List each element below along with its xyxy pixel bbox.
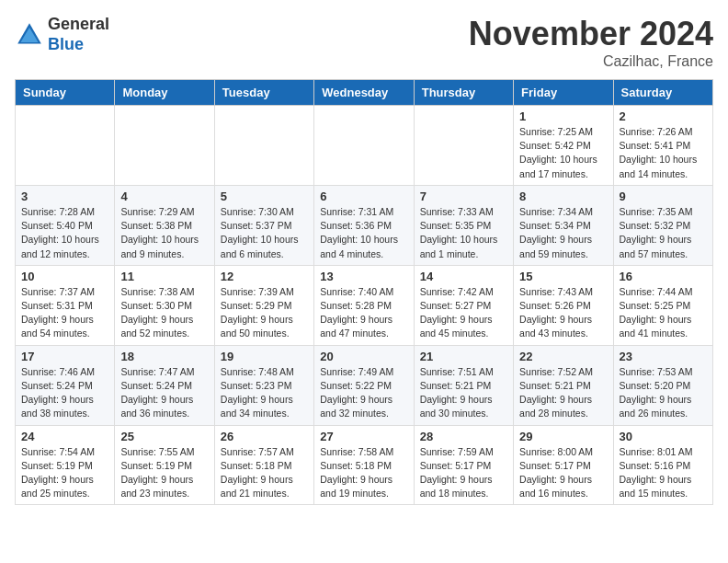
calendar-cell: 10 Sunrise: 7:37 AM Sunset: 5:31 PM Dayl…	[16, 265, 115, 345]
calendar-cell: 16 Sunrise: 7:44 AM Sunset: 5:25 PM Dayl…	[613, 265, 712, 345]
day-info: Sunrise: 7:59 AM Sunset: 5:17 PM Dayligh…	[420, 445, 507, 501]
calendar-cell: 23 Sunrise: 7:53 AM Sunset: 5:20 PM Dayl…	[613, 345, 712, 425]
day-info: Sunrise: 7:30 AM Sunset: 5:37 PM Dayligh…	[221, 205, 308, 261]
col-saturday: Saturday	[613, 80, 712, 106]
calendar-week-4: 17 Sunrise: 7:46 AM Sunset: 5:24 PM Dayl…	[16, 345, 713, 425]
calendar-cell: 1 Sunrise: 7:25 AM Sunset: 5:42 PM Dayli…	[514, 106, 613, 186]
day-number: 17	[21, 350, 108, 363]
calendar-cell: 3 Sunrise: 7:28 AM Sunset: 5:40 PM Dayli…	[16, 185, 115, 265]
day-number: 15	[519, 270, 607, 283]
calendar-cell: 25 Sunrise: 7:55 AM Sunset: 5:19 PM Dayl…	[115, 425, 214, 505]
col-monday: Monday	[115, 80, 214, 106]
day-info: Sunrise: 7:46 AM Sunset: 5:24 PM Dayligh…	[21, 365, 108, 421]
logo-icon	[15, 20, 44, 50]
calendar-header-row: Sunday Monday Tuesday Wednesday Thursday…	[16, 80, 713, 106]
calendar-week-5: 24 Sunrise: 7:54 AM Sunset: 5:19 PM Dayl…	[16, 425, 713, 505]
day-number: 13	[320, 270, 407, 283]
day-info: Sunrise: 7:55 AM Sunset: 5:19 PM Dayligh…	[120, 445, 208, 501]
day-number: 18	[120, 350, 208, 363]
day-info: Sunrise: 8:00 AM Sunset: 5:17 PM Dayligh…	[519, 445, 607, 501]
calendar-cell: 2 Sunrise: 7:26 AM Sunset: 5:41 PM Dayli…	[613, 106, 712, 186]
calendar-table: Sunday Monday Tuesday Wednesday Thursday…	[15, 79, 713, 505]
day-info: Sunrise: 7:31 AM Sunset: 5:36 PM Dayligh…	[320, 205, 407, 261]
page-header: General Blue November 2024 Cazilhac, Fra…	[15, 15, 713, 70]
calendar-cell: 22 Sunrise: 7:52 AM Sunset: 5:21 PM Dayl…	[514, 345, 613, 425]
day-number: 1	[519, 109, 607, 123]
day-number: 25	[120, 430, 208, 443]
month-title: November 2024	[469, 15, 713, 53]
day-number: 26	[221, 430, 308, 443]
day-number: 16	[620, 270, 707, 283]
day-number: 24	[21, 430, 108, 443]
day-info: Sunrise: 7:54 AM Sunset: 5:19 PM Dayligh…	[21, 445, 108, 501]
calendar-cell: 13 Sunrise: 7:40 AM Sunset: 5:28 PM Dayl…	[314, 265, 414, 345]
day-number: 11	[120, 270, 208, 283]
day-number: 9	[620, 190, 707, 203]
calendar-cell: 17 Sunrise: 7:46 AM Sunset: 5:24 PM Dayl…	[16, 345, 115, 425]
day-info: Sunrise: 7:47 AM Sunset: 5:24 PM Dayligh…	[120, 365, 208, 421]
calendar-cell: 27 Sunrise: 7:58 AM Sunset: 5:18 PM Dayl…	[314, 425, 414, 505]
calendar-cell: 9 Sunrise: 7:35 AM Sunset: 5:32 PM Dayli…	[613, 185, 712, 265]
calendar-week-2: 3 Sunrise: 7:28 AM Sunset: 5:40 PM Dayli…	[16, 185, 713, 265]
day-number: 14	[420, 270, 507, 283]
day-number: 4	[120, 190, 208, 203]
day-number: 27	[320, 430, 407, 443]
day-info: Sunrise: 7:57 AM Sunset: 5:18 PM Dayligh…	[221, 445, 308, 501]
day-number: 2	[620, 109, 707, 123]
calendar-cell: 12 Sunrise: 7:39 AM Sunset: 5:29 PM Dayl…	[214, 265, 313, 345]
calendar-cell	[314, 106, 414, 186]
day-info: Sunrise: 7:29 AM Sunset: 5:38 PM Dayligh…	[120, 205, 208, 261]
calendar-cell	[115, 106, 214, 186]
day-info: Sunrise: 7:25 AM Sunset: 5:42 PM Dayligh…	[519, 125, 607, 181]
calendar-cell: 4 Sunrise: 7:29 AM Sunset: 5:38 PM Dayli…	[115, 185, 214, 265]
day-info: Sunrise: 7:26 AM Sunset: 5:41 PM Dayligh…	[620, 125, 707, 181]
calendar-cell: 21 Sunrise: 7:51 AM Sunset: 5:21 PM Dayl…	[414, 345, 513, 425]
day-number: 21	[420, 350, 507, 363]
day-number: 29	[519, 430, 607, 443]
day-info: Sunrise: 7:51 AM Sunset: 5:21 PM Dayligh…	[420, 365, 507, 421]
day-number: 22	[519, 350, 607, 363]
calendar-cell: 20 Sunrise: 7:49 AM Sunset: 5:22 PM Dayl…	[314, 345, 414, 425]
title-area: November 2024 Cazilhac, France	[469, 15, 713, 70]
calendar-cell: 5 Sunrise: 7:30 AM Sunset: 5:37 PM Dayli…	[214, 185, 313, 265]
day-info: Sunrise: 7:58 AM Sunset: 5:18 PM Dayligh…	[320, 445, 407, 501]
day-number: 12	[221, 270, 308, 283]
calendar-cell: 24 Sunrise: 7:54 AM Sunset: 5:19 PM Dayl…	[16, 425, 115, 505]
day-info: Sunrise: 7:52 AM Sunset: 5:21 PM Dayligh…	[519, 365, 607, 421]
day-info: Sunrise: 8:01 AM Sunset: 5:16 PM Dayligh…	[620, 445, 707, 501]
day-number: 5	[221, 190, 308, 203]
day-info: Sunrise: 7:40 AM Sunset: 5:28 PM Dayligh…	[320, 285, 407, 341]
calendar-cell: 28 Sunrise: 7:59 AM Sunset: 5:17 PM Dayl…	[414, 425, 513, 505]
logo-text: General Blue	[48, 15, 109, 54]
calendar-cell	[214, 106, 313, 186]
day-info: Sunrise: 7:37 AM Sunset: 5:31 PM Dayligh…	[21, 285, 108, 341]
day-number: 8	[519, 190, 607, 203]
logo-line1: General	[48, 15, 109, 35]
day-info: Sunrise: 7:33 AM Sunset: 5:35 PM Dayligh…	[420, 205, 507, 261]
calendar-cell: 8 Sunrise: 7:34 AM Sunset: 5:34 PM Dayli…	[514, 185, 613, 265]
day-number: 19	[221, 350, 308, 363]
calendar-cell: 19 Sunrise: 7:48 AM Sunset: 5:23 PM Dayl…	[214, 345, 313, 425]
day-info: Sunrise: 7:35 AM Sunset: 5:32 PM Dayligh…	[620, 205, 707, 261]
day-number: 6	[320, 190, 407, 203]
calendar-cell: 26 Sunrise: 7:57 AM Sunset: 5:18 PM Dayl…	[214, 425, 313, 505]
calendar-cell: 7 Sunrise: 7:33 AM Sunset: 5:35 PM Dayli…	[414, 185, 513, 265]
calendar-cell: 15 Sunrise: 7:43 AM Sunset: 5:26 PM Dayl…	[514, 265, 613, 345]
col-wednesday: Wednesday	[314, 80, 414, 106]
col-tuesday: Tuesday	[214, 80, 313, 106]
logo: General Blue	[15, 15, 109, 54]
calendar-cell: 6 Sunrise: 7:31 AM Sunset: 5:36 PM Dayli…	[314, 185, 414, 265]
day-info: Sunrise: 7:42 AM Sunset: 5:27 PM Dayligh…	[420, 285, 507, 341]
calendar-cell: 11 Sunrise: 7:38 AM Sunset: 5:30 PM Dayl…	[115, 265, 214, 345]
day-info: Sunrise: 7:53 AM Sunset: 5:20 PM Dayligh…	[620, 365, 707, 421]
calendar-cell: 30 Sunrise: 8:01 AM Sunset: 5:16 PM Dayl…	[613, 425, 712, 505]
day-number: 30	[620, 430, 707, 443]
day-number: 7	[420, 190, 507, 203]
day-number: 3	[21, 190, 108, 203]
calendar-cell	[16, 106, 115, 186]
calendar-cell: 29 Sunrise: 8:00 AM Sunset: 5:17 PM Dayl…	[514, 425, 613, 505]
col-friday: Friday	[514, 80, 613, 106]
day-number: 20	[320, 350, 407, 363]
col-sunday: Sunday	[16, 80, 115, 106]
col-thursday: Thursday	[414, 80, 513, 106]
